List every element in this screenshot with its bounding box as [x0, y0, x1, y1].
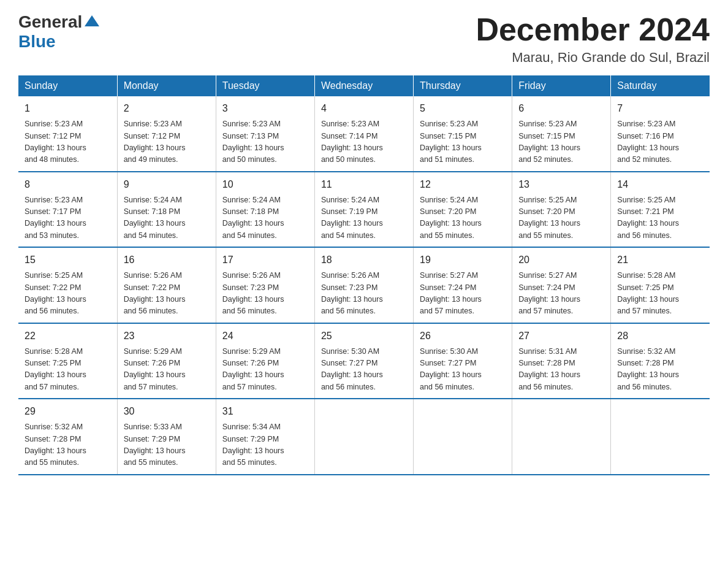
- day-info: Sunrise: 5:23 AMSunset: 7:12 PMDaylight:…: [25, 118, 111, 166]
- day-number: 8: [25, 177, 111, 192]
- day-number: 11: [321, 177, 407, 192]
- day-number: 5: [420, 101, 506, 116]
- day-number: 22: [25, 329, 111, 343]
- calendar-cell: [414, 399, 512, 475]
- calendar-cell: [314, 399, 413, 475]
- day-info: Sunrise: 5:28 AMSunset: 7:25 PMDaylight:…: [617, 270, 703, 318]
- calendar-cell: 4Sunrise: 5:23 AMSunset: 7:14 PMDaylight…: [314, 96, 413, 172]
- day-number: 25: [321, 329, 407, 343]
- logo-triangle-icon: [85, 15, 99, 26]
- calendar-cell: 22Sunrise: 5:28 AMSunset: 7:25 PMDayligh…: [18, 323, 117, 399]
- day-info: Sunrise: 5:24 AMSunset: 7:20 PMDaylight:…: [420, 194, 506, 242]
- day-info: Sunrise: 5:32 AMSunset: 7:28 PMDaylight:…: [617, 346, 703, 394]
- header: General Blue December 2024 Marau, Rio Gr…: [18, 12, 710, 66]
- calendar-cell: 15Sunrise: 5:25 AMSunset: 7:22 PMDayligh…: [18, 247, 117, 323]
- day-info: Sunrise: 5:23 AMSunset: 7:12 PMDaylight:…: [124, 118, 210, 166]
- day-number: 2: [124, 101, 210, 116]
- day-info: Sunrise: 5:30 AMSunset: 7:27 PMDaylight:…: [321, 346, 407, 394]
- day-info: Sunrise: 5:24 AMSunset: 7:18 PMDaylight:…: [124, 194, 210, 242]
- calendar-cell: 17Sunrise: 5:26 AMSunset: 7:23 PMDayligh…: [216, 247, 314, 323]
- day-info: Sunrise: 5:23 AMSunset: 7:15 PMDaylight:…: [518, 118, 604, 166]
- day-number: 24: [222, 329, 308, 343]
- month-title: December 2024: [476, 12, 710, 47]
- calendar-cell: 24Sunrise: 5:29 AMSunset: 7:26 PMDayligh…: [216, 323, 314, 399]
- header-friday: Friday: [512, 75, 611, 96]
- day-number: 28: [617, 329, 703, 343]
- day-number: 16: [124, 253, 210, 267]
- day-number: 27: [518, 329, 604, 343]
- day-info: Sunrise: 5:23 AMSunset: 7:16 PMDaylight:…: [617, 118, 703, 166]
- day-number: 7: [617, 101, 703, 116]
- day-info: Sunrise: 5:27 AMSunset: 7:24 PMDaylight:…: [518, 270, 604, 318]
- header-monday: Monday: [117, 75, 216, 96]
- day-number: 19: [420, 253, 506, 267]
- day-info: Sunrise: 5:28 AMSunset: 7:25 PMDaylight:…: [25, 346, 111, 394]
- day-info: Sunrise: 5:31 AMSunset: 7:28 PMDaylight:…: [518, 346, 604, 394]
- day-info: Sunrise: 5:27 AMSunset: 7:24 PMDaylight:…: [420, 270, 506, 318]
- day-number: 12: [420, 177, 506, 192]
- day-info: Sunrise: 5:26 AMSunset: 7:23 PMDaylight:…: [222, 270, 308, 318]
- calendar-cell: 20Sunrise: 5:27 AMSunset: 7:24 PMDayligh…: [512, 247, 611, 323]
- day-number: 3: [222, 101, 308, 116]
- day-info: Sunrise: 5:25 AMSunset: 7:20 PMDaylight:…: [518, 194, 604, 242]
- calendar-cell: 13Sunrise: 5:25 AMSunset: 7:20 PMDayligh…: [512, 172, 611, 248]
- calendar-cell: 16Sunrise: 5:26 AMSunset: 7:22 PMDayligh…: [117, 247, 216, 323]
- calendar-cell: 5Sunrise: 5:23 AMSunset: 7:15 PMDaylight…: [414, 96, 512, 172]
- calendar-cell: [512, 399, 611, 475]
- calendar-week-row: 22Sunrise: 5:28 AMSunset: 7:25 PMDayligh…: [18, 323, 710, 399]
- day-number: 13: [518, 177, 604, 192]
- day-number: 29: [25, 404, 111, 419]
- calendar-cell: 28Sunrise: 5:32 AMSunset: 7:28 PMDayligh…: [611, 323, 710, 399]
- day-number: 21: [617, 253, 703, 267]
- calendar-cell: 6Sunrise: 5:23 AMSunset: 7:15 PMDaylight…: [512, 96, 611, 172]
- calendar-cell: 9Sunrise: 5:24 AMSunset: 7:18 PMDaylight…: [117, 172, 216, 248]
- location-text: Marau, Rio Grande do Sul, Brazil: [476, 50, 710, 66]
- calendar-cell: 30Sunrise: 5:33 AMSunset: 7:29 PMDayligh…: [117, 399, 216, 475]
- day-info: Sunrise: 5:29 AMSunset: 7:26 PMDaylight:…: [222, 346, 308, 394]
- calendar-cell: 21Sunrise: 5:28 AMSunset: 7:25 PMDayligh…: [611, 247, 710, 323]
- day-info: Sunrise: 5:29 AMSunset: 7:26 PMDaylight:…: [124, 346, 210, 394]
- day-number: 14: [617, 177, 703, 192]
- calendar-cell: 12Sunrise: 5:24 AMSunset: 7:20 PMDayligh…: [414, 172, 512, 248]
- calendar-cell: 1Sunrise: 5:23 AMSunset: 7:12 PMDaylight…: [18, 96, 117, 172]
- day-number: 31: [222, 404, 308, 419]
- calendar-cell: 14Sunrise: 5:25 AMSunset: 7:21 PMDayligh…: [611, 172, 710, 248]
- calendar-cell: 7Sunrise: 5:23 AMSunset: 7:16 PMDaylight…: [611, 96, 710, 172]
- calendar-cell: 2Sunrise: 5:23 AMSunset: 7:12 PMDaylight…: [117, 96, 216, 172]
- calendar-cell: 8Sunrise: 5:23 AMSunset: 7:17 PMDaylight…: [18, 172, 117, 248]
- calendar-week-row: 29Sunrise: 5:32 AMSunset: 7:28 PMDayligh…: [18, 399, 710, 475]
- calendar-cell: [611, 399, 710, 475]
- day-info: Sunrise: 5:26 AMSunset: 7:22 PMDaylight:…: [124, 270, 210, 318]
- calendar-cell: 18Sunrise: 5:26 AMSunset: 7:23 PMDayligh…: [314, 247, 413, 323]
- day-number: 9: [124, 177, 210, 192]
- day-info: Sunrise: 5:25 AMSunset: 7:21 PMDaylight:…: [617, 194, 703, 242]
- calendar-cell: 26Sunrise: 5:30 AMSunset: 7:27 PMDayligh…: [414, 323, 512, 399]
- day-info: Sunrise: 5:26 AMSunset: 7:23 PMDaylight:…: [321, 270, 407, 318]
- logo: General Blue: [18, 12, 100, 52]
- header-saturday: Saturday: [611, 75, 710, 96]
- day-number: 10: [222, 177, 308, 192]
- calendar-cell: 27Sunrise: 5:31 AMSunset: 7:28 PMDayligh…: [512, 323, 611, 399]
- title-area: December 2024 Marau, Rio Grande do Sul, …: [476, 12, 710, 66]
- day-info: Sunrise: 5:23 AMSunset: 7:13 PMDaylight:…: [222, 118, 308, 166]
- day-number: 23: [124, 329, 210, 343]
- day-info: Sunrise: 5:33 AMSunset: 7:29 PMDaylight:…: [124, 421, 210, 469]
- calendar-week-row: 8Sunrise: 5:23 AMSunset: 7:17 PMDaylight…: [18, 172, 710, 248]
- day-number: 4: [321, 101, 407, 116]
- calendar-week-row: 15Sunrise: 5:25 AMSunset: 7:22 PMDayligh…: [18, 247, 710, 323]
- day-number: 15: [25, 253, 111, 267]
- header-thursday: Thursday: [414, 75, 512, 96]
- header-tuesday: Tuesday: [216, 75, 314, 96]
- day-info: Sunrise: 5:30 AMSunset: 7:27 PMDaylight:…: [420, 346, 506, 394]
- day-info: Sunrise: 5:23 AMSunset: 7:14 PMDaylight:…: [321, 118, 407, 166]
- weekday-header-row: Sunday Monday Tuesday Wednesday Thursday…: [18, 75, 710, 96]
- day-info: Sunrise: 5:34 AMSunset: 7:29 PMDaylight:…: [222, 421, 308, 469]
- calendar-week-row: 1Sunrise: 5:23 AMSunset: 7:12 PMDaylight…: [18, 96, 710, 172]
- calendar-cell: 31Sunrise: 5:34 AMSunset: 7:29 PMDayligh…: [216, 399, 314, 475]
- calendar-cell: 25Sunrise: 5:30 AMSunset: 7:27 PMDayligh…: [314, 323, 413, 399]
- calendar-cell: 3Sunrise: 5:23 AMSunset: 7:13 PMDaylight…: [216, 96, 314, 172]
- calendar-cell: 19Sunrise: 5:27 AMSunset: 7:24 PMDayligh…: [414, 247, 512, 323]
- day-info: Sunrise: 5:23 AMSunset: 7:17 PMDaylight:…: [25, 194, 111, 242]
- day-info: Sunrise: 5:25 AMSunset: 7:22 PMDaylight:…: [25, 270, 111, 318]
- logo-general-text: General: [18, 12, 82, 32]
